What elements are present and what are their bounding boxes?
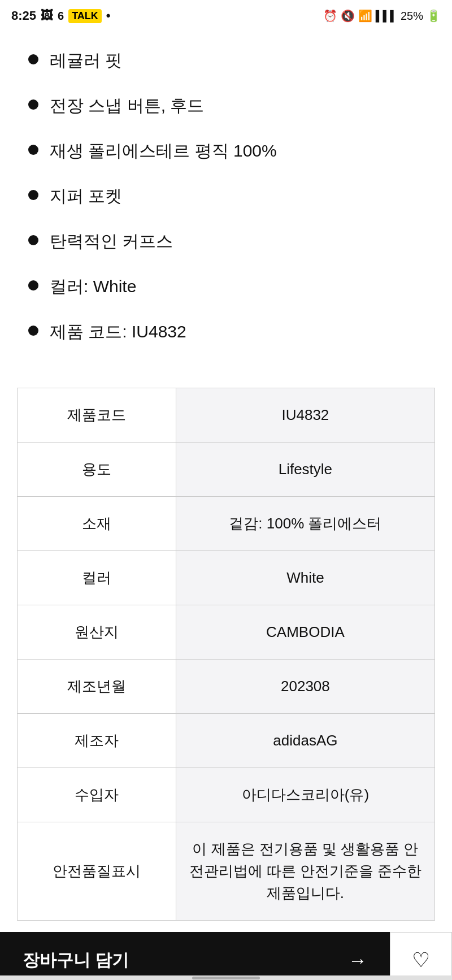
table-row: 원산지 CAMBODIA bbox=[18, 605, 435, 660]
bullet-dot bbox=[28, 99, 38, 110]
row-label: 컬러 bbox=[18, 551, 176, 605]
wifi-icon: 📶 bbox=[358, 9, 372, 23]
bullet-text: 지퍼 포켓 bbox=[50, 184, 424, 208]
bullet-item: 탄력적인 커프스 bbox=[28, 229, 424, 253]
mute-icon: 🔇 bbox=[341, 9, 355, 23]
bullet-item: 제품 코드: IU4832 bbox=[28, 320, 424, 344]
scroll-indicator bbox=[192, 977, 260, 979]
scroll-bar[interactable] bbox=[0, 975, 452, 980]
row-value: IU4832 bbox=[176, 388, 434, 443]
number-icon: 6 bbox=[58, 10, 64, 23]
bullet-item: 지퍼 포켓 bbox=[28, 184, 424, 208]
bullet-text: 전장 스냅 버튼, 후드 bbox=[50, 94, 424, 118]
row-value: 이 제품은 전기용품 및 생활용품 안전관리법에 따른 안전기준을 준수한 제품… bbox=[176, 822, 434, 921]
signal-icon: ▌▌▌ bbox=[376, 10, 397, 22]
status-left: 8:25 🖼 6 TALK • bbox=[11, 8, 111, 23]
add-to-cart-button[interactable]: 장바구니 담기 → bbox=[0, 932, 390, 980]
bullet-dot bbox=[28, 280, 38, 290]
table-row: 제조년월 202308 bbox=[18, 660, 435, 714]
bullet-item: 레귤러 핏 bbox=[28, 49, 424, 72]
table-row: 컬러 White bbox=[18, 551, 435, 605]
bullet-dot bbox=[28, 326, 38, 336]
cart-arrow-icon: → bbox=[348, 949, 367, 972]
bullet-dot bbox=[28, 54, 38, 64]
bullet-dot bbox=[28, 235, 38, 245]
row-label: 소재 bbox=[18, 497, 176, 551]
row-label: 제품코드 bbox=[18, 388, 176, 443]
row-label: 안전품질표시 bbox=[18, 822, 176, 921]
bullet-text: 레귤러 핏 bbox=[50, 49, 424, 72]
product-table: 제품코드 IU4832 용도 Lifestyle 소재 겉감: 100% 폴리에… bbox=[17, 388, 435, 921]
row-value: 겉감: 100% 폴리에스터 bbox=[176, 497, 434, 551]
bullet-text: 탄력적인 커프스 bbox=[50, 229, 424, 253]
row-label: 용도 bbox=[18, 443, 176, 497]
status-right: ⏰ 🔇 📶 ▌▌▌ 25% 🔋 bbox=[323, 9, 441, 23]
row-value: CAMBODIA bbox=[176, 605, 434, 660]
dot-icon: • bbox=[106, 8, 111, 23]
bullet-dot bbox=[28, 145, 38, 155]
table-row: 수입자 아디다스코리아(유) bbox=[18, 768, 435, 822]
row-label: 원산지 bbox=[18, 605, 176, 660]
battery-icon: 🔋 bbox=[427, 9, 441, 23]
row-label: 제조년월 bbox=[18, 660, 176, 714]
bullet-item: 전장 스냅 버튼, 후드 bbox=[28, 94, 424, 118]
row-value: Lifestyle bbox=[176, 443, 434, 497]
row-label: 제조자 bbox=[18, 714, 176, 768]
row-value: White bbox=[176, 551, 434, 605]
alarm-icon: ⏰ bbox=[323, 9, 337, 23]
bullet-dot bbox=[28, 190, 38, 200]
row-value: adidasAG bbox=[176, 714, 434, 768]
cart-label: 장바구니 담기 bbox=[23, 949, 129, 972]
row-value: 아디다스코리아(유) bbox=[176, 768, 434, 822]
battery-percent: 25% bbox=[401, 10, 423, 23]
heart-icon: ♡ bbox=[412, 948, 430, 972]
bullet-text: 컬러: White bbox=[50, 275, 424, 298]
bullet-text: 제품 코드: IU4832 bbox=[50, 320, 424, 344]
wishlist-button[interactable]: ♡ bbox=[390, 932, 452, 980]
bottom-action-bar: 장바구니 담기 → ♡ bbox=[0, 932, 452, 980]
time-display: 8:25 bbox=[11, 8, 36, 23]
status-bar: 8:25 🖼 6 TALK • ⏰ 🔇 📶 ▌▌▌ 25% 🔋 bbox=[0, 0, 452, 32]
photo-icon: 🖼 bbox=[41, 8, 53, 23]
talk-icon: TALK bbox=[68, 9, 102, 23]
row-value: 202308 bbox=[176, 660, 434, 714]
table-row: 용도 Lifestyle bbox=[18, 443, 435, 497]
table-row: 안전품질표시 이 제품은 전기용품 및 생활용품 안전관리법에 따른 안전기준을… bbox=[18, 822, 435, 921]
table-row: 제품코드 IU4832 bbox=[18, 388, 435, 443]
row-label: 수입자 bbox=[18, 768, 176, 822]
bullet-list: 레귤러 핏 전장 스냅 버튼, 후드 재생 폴리에스테르 평직 100% 지퍼 … bbox=[0, 32, 452, 376]
bullet-text: 재생 폴리에스테르 평직 100% bbox=[50, 139, 424, 163]
table-row: 제조자 adidasAG bbox=[18, 714, 435, 768]
bullet-item: 컬러: White bbox=[28, 275, 424, 298]
bullet-item: 재생 폴리에스테르 평직 100% bbox=[28, 139, 424, 163]
table-row: 소재 겉감: 100% 폴리에스터 bbox=[18, 497, 435, 551]
